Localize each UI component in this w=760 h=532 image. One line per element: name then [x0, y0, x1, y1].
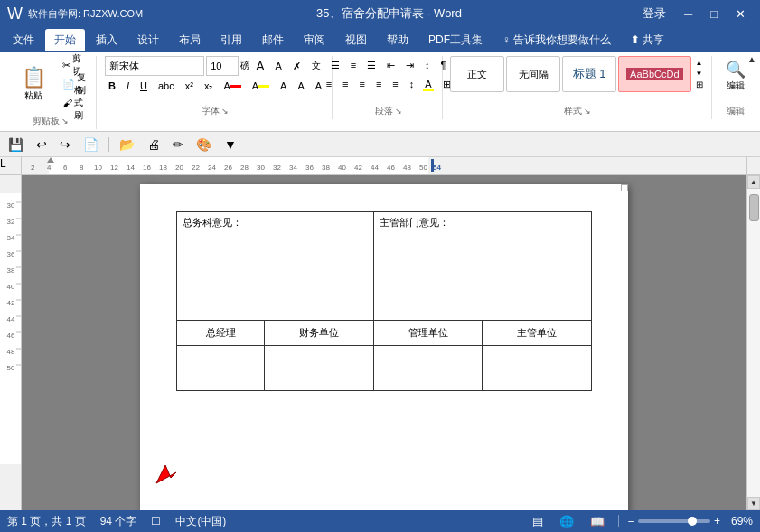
zoom-thumb[interactable]: [688, 517, 697, 526]
clipboard-row: 📋 粘贴 ✂剪切 📄复制 🖌格式刷: [11, 56, 90, 112]
undo-qa-button[interactable]: ↩: [32, 135, 52, 154]
char-spacing-button[interactable]: A: [276, 77, 291, 95]
shading-button[interactable]: A: [420, 75, 436, 93]
clear-format-button[interactable]: ✗: [288, 57, 305, 75]
save-qa-button[interactable]: 💾: [4, 135, 28, 154]
scroll-down-button[interactable]: ▼: [747, 497, 760, 510]
style-none[interactable]: 无间隔: [506, 56, 560, 92]
menu-mail[interactable]: 邮件: [253, 29, 293, 51]
col2-header: 财务单位: [265, 321, 374, 346]
login-button[interactable]: 登录: [635, 4, 673, 23]
style-heading1[interactable]: 标题 1: [562, 56, 616, 92]
open-qa-button[interactable]: 📂: [115, 135, 139, 154]
subscript-button[interactable]: x₂: [200, 77, 218, 95]
zoom-track[interactable]: [638, 519, 710, 523]
restore-button[interactable]: □: [703, 5, 725, 23]
font-name-input[interactable]: [105, 56, 204, 76]
superscript-button[interactable]: x²: [181, 77, 198, 95]
zoom-in-button[interactable]: +: [714, 515, 720, 527]
font-color-button[interactable]: A: [219, 77, 245, 95]
scroll-thumb[interactable]: [749, 194, 759, 221]
menu-tell[interactable]: ♀ 告诉我你想要做什么: [493, 29, 620, 51]
ribbon: 📋 粘贴 ✂剪切 📄复制 🖌格式刷 剪贴板 ↘: [0, 52, 760, 132]
qa-divider: [108, 137, 109, 152]
menu-refs[interactable]: 引用: [211, 29, 251, 51]
ribbon-collapse-button[interactable]: ▲: [747, 54, 756, 64]
painter-icon: 🖌: [62, 98, 72, 108]
redo-qa-button[interactable]: ↪: [55, 135, 75, 154]
menu-layout[interactable]: 布局: [170, 29, 210, 51]
highlight-button[interactable]: A: [248, 77, 274, 95]
font-size-adjust[interactable]: A: [293, 77, 308, 95]
red-arrow-icon: [153, 462, 180, 489]
zoom-out-button[interactable]: –: [628, 515, 634, 527]
para-row2: ≡ ≡ ≡ ≡ ≡ ↕ A ⊞: [322, 75, 455, 93]
font-size-unit: 磅: [240, 60, 249, 72]
svg-text:26: 26: [224, 163, 232, 172]
menu-review[interactable]: 审阅: [295, 29, 334, 51]
align-left-button[interactable]: ≡: [322, 75, 336, 93]
numbering-button[interactable]: ≡: [346, 56, 361, 74]
font-format-row: B I U abc x² x₂ A A A A A: [104, 77, 326, 95]
align-right-button[interactable]: ≡: [354, 75, 369, 93]
font-expand-icon[interactable]: ↘: [221, 107, 229, 116]
align-center-button[interactable]: ≡: [338, 75, 352, 93]
multilevel-button[interactable]: ☰: [362, 56, 380, 74]
underline-button[interactable]: U: [136, 77, 152, 95]
sig-cell-3: [373, 346, 483, 391]
menu-home[interactable]: 开始: [45, 29, 85, 51]
format-painter-button[interactable]: 🖌格式刷: [58, 94, 90, 112]
web-view-button[interactable]: 🌐: [555, 513, 578, 530]
minimize-button[interactable]: ─: [677, 5, 699, 23]
qa-color-button[interactable]: 🎨: [192, 135, 216, 154]
italic-button[interactable]: I: [122, 77, 134, 95]
font-shrink-button[interactable]: A: [271, 57, 286, 75]
pinyin-button[interactable]: 文: [307, 57, 325, 75]
page-resize-handle-tr[interactable]: [621, 184, 628, 191]
clipboard-expand-icon[interactable]: ↘: [61, 117, 69, 126]
justify-dist-button[interactable]: ≡: [388, 75, 402, 93]
sort-button[interactable]: ↕: [420, 56, 435, 74]
cell-topright-label: 主管部门意见：: [380, 217, 449, 228]
style-selected[interactable]: AaBbCcDd: [618, 56, 690, 92]
menu-file[interactable]: 文件: [4, 29, 43, 51]
line-spacing-button[interactable]: ↕: [405, 75, 419, 93]
qa-settings-button[interactable]: ✏: [168, 135, 188, 154]
bullets-button[interactable]: ☰: [326, 56, 344, 74]
close-button[interactable]: ✕: [728, 5, 753, 23]
increase-indent[interactable]: ⇥: [401, 56, 418, 74]
svg-text:40: 40: [7, 283, 15, 291]
menu-help[interactable]: 帮助: [378, 29, 418, 51]
ruler-corner[interactable]: L: [0, 157, 22, 175]
app-wrapper: W 软件自学网: RJZXW.COM 35、宿舍分配申请表 - Word 登录 …: [0, 0, 760, 532]
print-view-button[interactable]: ▤: [528, 513, 548, 530]
font-grow-button[interactable]: A: [251, 57, 268, 75]
sig-cell-1: [177, 346, 265, 391]
svg-text:46: 46: [387, 163, 395, 172]
bold-button[interactable]: B: [104, 77, 120, 95]
decrease-indent[interactable]: ⇤: [382, 56, 399, 74]
qa-more-button[interactable]: 📄: [79, 135, 103, 154]
paste-button[interactable]: 📋 粘贴: [11, 58, 56, 110]
style-normal[interactable]: 正文: [450, 56, 504, 92]
main-content: 30 32 34 36 38 40 42 44 46 48 50: [0, 175, 760, 510]
justify-button[interactable]: ≡: [371, 75, 386, 93]
menu-share[interactable]: ⬆ 共享: [622, 29, 673, 51]
svg-text:18: 18: [159, 163, 167, 172]
menu-pdf[interactable]: PDF工具集: [419, 29, 492, 51]
ruler-right-end: [746, 157, 760, 175]
read-view-button[interactable]: 📖: [586, 513, 609, 530]
qa-dropdown-button[interactable]: ▼: [220, 135, 241, 154]
zoom-control: – +: [628, 515, 720, 527]
app-logo: W: [7, 5, 23, 23]
scroll-up-button[interactable]: ▲: [747, 175, 760, 189]
styles-more-button[interactable]: ▲ ▼ ⊞: [693, 56, 706, 92]
menu-view[interactable]: 视图: [336, 29, 376, 51]
font-size-input[interactable]: [206, 56, 239, 76]
para-expand-icon[interactable]: ↘: [395, 107, 402, 116]
strikethrough-button[interactable]: abc: [154, 77, 179, 95]
menu-design[interactable]: 设计: [128, 29, 168, 51]
menu-insert[interactable]: 插入: [87, 29, 127, 51]
print-qa-button[interactable]: 🖨: [143, 135, 164, 154]
styles-expand-icon[interactable]: ↘: [584, 107, 591, 116]
